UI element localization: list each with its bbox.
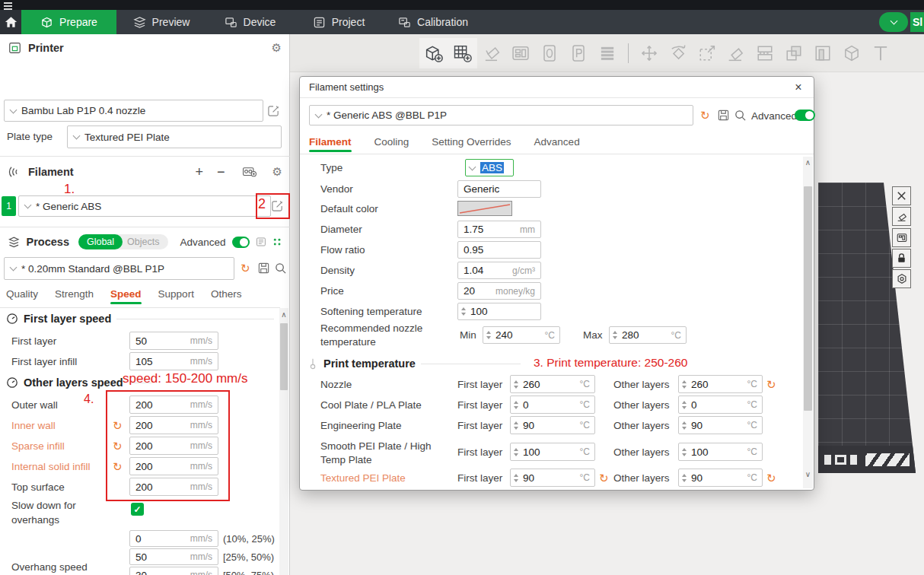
spinner-arrows-icon[interactable] <box>682 401 687 409</box>
home-button[interactable] <box>0 10 21 34</box>
advanced-toggle[interactable] <box>232 237 250 248</box>
type-dropdown[interactable]: ABS <box>465 159 514 176</box>
engineering-plate-first-layer-spinner[interactable]: 90 °C <box>510 416 595 434</box>
spinner-arrows-icon[interactable] <box>682 380 687 389</box>
overhang-speed-input-2[interactable]: 50mm/s <box>129 548 218 565</box>
dialog-close-button[interactable]: × <box>791 80 806 95</box>
delete-plate-button[interactable] <box>892 186 911 205</box>
assembly-view-button[interactable] <box>837 38 866 68</box>
dialog-preset-dropdown[interactable]: * Generic ABS @BBL P1P <box>309 105 693 125</box>
reset-icon[interactable]: ↻ <box>113 440 123 452</box>
add-filament-icon[interactable]: + <box>196 164 204 180</box>
spinner-arrows-icon[interactable] <box>514 448 518 456</box>
spinner-arrows-icon[interactable] <box>682 421 687 430</box>
scroll-up-arrow[interactable]: ∧ <box>279 308 288 319</box>
scroll-up-arrow[interactable]: ∧ <box>803 157 813 167</box>
parameter-list-icon[interactable] <box>256 236 266 248</box>
price-input[interactable]: 20money/kg <box>457 282 541 300</box>
add-model-button[interactable] <box>419 38 448 68</box>
max-temp-spinner[interactable]: 280 °C <box>609 326 687 344</box>
softening-temp-spinner[interactable]: 100 <box>457 303 541 320</box>
slice-dropdown-button[interactable] <box>879 12 908 32</box>
outer-wall-input[interactable]: 200mm/s <box>129 396 218 414</box>
document-0-button[interactable] <box>535 38 564 68</box>
overhang-speed-input-1[interactable]: 0mm/s <box>129 530 218 547</box>
process-scope-switch[interactable]: Global Objects <box>78 234 168 249</box>
dialog-advanced-toggle[interactable] <box>795 110 815 121</box>
scale-button[interactable] <box>693 38 722 68</box>
dialog-scrollbar[interactable]: ∧ ∨ <box>803 157 813 488</box>
sidebar-scrollbar[interactable]: ∧ <box>279 308 288 575</box>
slow-down-overhangs-checkbox[interactable]: ✓ <box>131 503 144 516</box>
save-preset-icon[interactable] <box>257 262 270 275</box>
scrollbar-thumb[interactable] <box>280 323 288 390</box>
internal-solid-infill-input[interactable]: 200mm/s <box>129 457 218 475</box>
cool-plate-other-layers-spinner[interactable]: 0 °C <box>678 396 763 414</box>
filament-settings-gear-icon[interactable]: ⚙ <box>272 165 282 179</box>
reset-icon[interactable]: ↻ <box>113 461 123 472</box>
search-icon[interactable] <box>274 262 287 275</box>
dialog-reset-icon[interactable]: ↻ <box>700 110 710 121</box>
process-reset-icon[interactable]: ↻ <box>241 262 250 274</box>
rotate-button[interactable] <box>664 38 693 68</box>
reset-icon[interactable]: ↻ <box>599 472 609 484</box>
edit-filament-icon[interactable] <box>271 199 284 212</box>
split-to-objects-button[interactable] <box>750 38 779 68</box>
lock-plate-button[interactable] <box>892 249 911 268</box>
spinner-arrows-icon[interactable] <box>514 421 518 430</box>
remove-filament-icon[interactable]: − <box>217 164 225 180</box>
reset-icon[interactable]: ↻ <box>766 472 776 484</box>
printer-settings-gear-icon[interactable]: ⚙ <box>272 41 282 55</box>
filament-preset-dropdown[interactable]: * Generic ABS <box>18 195 271 217</box>
tab-calibration[interactable]: Calibration <box>384 10 483 34</box>
move-button[interactable] <box>635 38 664 68</box>
scrollbar-thumb[interactable] <box>804 186 812 411</box>
spinner-arrows-icon[interactable] <box>514 474 518 482</box>
inner-wall-input[interactable]: 200mm/s <box>129 416 218 434</box>
slice-plate-button[interactable]: Sl <box>910 12 924 32</box>
arrange-button[interactable] <box>506 38 535 68</box>
min-temp-spinner[interactable]: 240 °C <box>483 326 560 344</box>
variable-layer-height-button[interactable] <box>808 38 837 68</box>
cool-plate-first-layer-spinner[interactable]: 0 °C <box>510 396 595 414</box>
textured-pei-first-layer-spinner[interactable]: 90 °C <box>510 469 595 487</box>
smooth-pei-other-layers-spinner[interactable]: 100 °C <box>678 443 763 461</box>
layers-button[interactable] <box>593 38 622 68</box>
orient-plate-button[interactable] <box>892 207 911 226</box>
tab-cooling[interactable]: Cooling <box>374 136 409 152</box>
nozzle-first-layer-spinner[interactable]: 260 °C <box>510 375 595 393</box>
tab-quality[interactable]: Quality <box>6 288 38 304</box>
save-preset-icon[interactable] <box>717 109 730 122</box>
scope-objects-pill[interactable]: Objects <box>123 234 167 249</box>
ams-icon[interactable] <box>242 166 257 178</box>
default-color-swatch[interactable] <box>457 201 512 216</box>
tab-strength[interactable]: Strength <box>55 288 94 304</box>
tab-speed[interactable]: Speed <box>110 288 142 304</box>
auto-orient-button[interactable] <box>477 38 506 68</box>
printer-preset-dropdown[interactable]: Bambu Lab P1P 0.4 nozzle <box>4 100 263 122</box>
first-layer-infill-input[interactable]: 105mm/s <box>129 352 218 370</box>
document-p-button[interactable] <box>564 38 593 68</box>
spinner-arrows-icon[interactable] <box>486 331 491 339</box>
split-to-parts-button[interactable] <box>779 38 808 68</box>
tab-prepare[interactable]: Prepare <box>21 10 116 34</box>
plate-type-dropdown[interactable]: Textured PEI Plate <box>67 125 282 148</box>
spinner-arrows-icon[interactable] <box>682 474 687 482</box>
edit-printer-icon[interactable] <box>267 104 280 117</box>
tab-filament[interactable]: Filament <box>309 136 352 152</box>
flow-ratio-input[interactable]: 0.95 <box>457 241 541 259</box>
objects-dots-icon[interactable] <box>272 237 282 248</box>
process-preset-dropdown[interactable]: * 0.20mm Standard @BBL P1P <box>4 257 234 280</box>
reset-icon[interactable]: ↻ <box>766 379 776 390</box>
search-icon[interactable] <box>734 109 747 122</box>
engineering-plate-other-layers-spinner[interactable]: 90 °C <box>678 416 763 434</box>
tab-setting-overrides[interactable]: Setting Overrides <box>432 136 511 152</box>
density-input[interactable]: 1.04g/cm³ <box>457 262 541 279</box>
tab-advanced[interactable]: Advanced <box>534 136 580 152</box>
scope-global-pill[interactable]: Global <box>78 234 123 249</box>
nozzle-other-layers-spinner[interactable]: 260 °C <box>678 375 763 393</box>
tab-preview[interactable]: Preview <box>116 10 206 34</box>
reset-icon[interactable]: ↻ <box>113 420 123 431</box>
tab-others[interactable]: Others <box>211 288 242 304</box>
diameter-input[interactable]: 1.75mm <box>457 221 541 238</box>
